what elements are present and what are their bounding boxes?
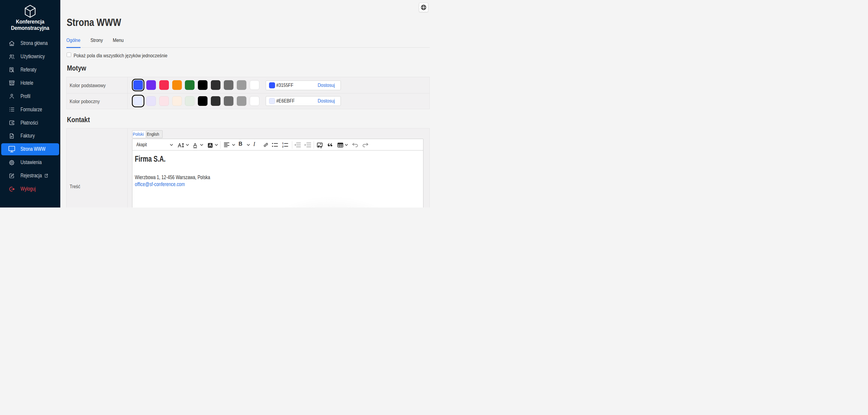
svg-text:2: 2 [282, 145, 284, 148]
svg-text:1: 1 [282, 142, 284, 145]
